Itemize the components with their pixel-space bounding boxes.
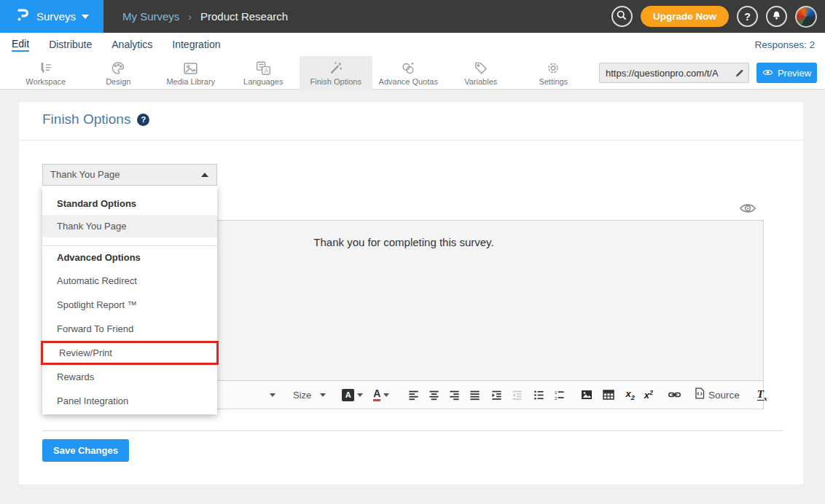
- survey-url-input[interactable]: [599, 63, 749, 83]
- menu-item-spotlight-report[interactable]: Spotlight Report ™: [42, 293, 217, 317]
- format-dropdown-caret[interactable]: [270, 393, 275, 397]
- notifications-button[interactable]: [766, 6, 787, 27]
- ribbon-item-variables[interactable]: Variables: [445, 56, 517, 90]
- bulleted-list-button[interactable]: [533, 390, 544, 401]
- survey-nav: Edit Distribute Analytics Integration Re…: [0, 33, 825, 56]
- bell-icon: [771, 10, 782, 23]
- preview-button[interactable]: Preview: [756, 63, 817, 83]
- subscript-button[interactable]: x2: [625, 388, 634, 401]
- menu-item-thank-you-page[interactable]: Thank You Page: [42, 215, 217, 237]
- question-mark-icon: ?: [744, 11, 751, 23]
- chevron-up-icon: [201, 173, 208, 177]
- ribbon-item-languages[interactable]: A Languages: [227, 56, 300, 90]
- menu-divider: [42, 245, 217, 246]
- breadcrumb-current-survey: Product Research: [200, 10, 288, 23]
- search-icon: [616, 9, 627, 23]
- svg-text:A: A: [264, 67, 268, 74]
- menu-item-automatic-redirect[interactable]: Automatic Redirect: [42, 269, 217, 293]
- numbered-list-button[interactable]: 12: [554, 390, 565, 401]
- thank-you-preview-eye-icon[interactable]: [739, 202, 756, 217]
- ribbon-item-finish-options[interactable]: Finish Options: [300, 56, 372, 90]
- edit-url-pencil-icon[interactable]: [735, 68, 744, 81]
- search-button[interactable]: [611, 6, 633, 27]
- top-bar: Surveys My Surveys › Product Research Up…: [0, 0, 825, 33]
- workspace-icon: [39, 60, 53, 75]
- chevron-down-icon: [383, 393, 389, 397]
- source-code-icon: [695, 387, 705, 402]
- upgrade-now-button[interactable]: Upgrade Now: [641, 6, 729, 27]
- media-library-icon: [183, 60, 198, 75]
- chevron-down-icon: [320, 393, 326, 397]
- finish-type-select[interactable]: Thank You Page: [42, 164, 217, 186]
- title-divider: [19, 140, 803, 141]
- remove-format-button[interactable]: Tx: [757, 388, 767, 402]
- save-changes-button[interactable]: Save Changes: [42, 439, 129, 462]
- ribbon-item-media-library[interactable]: Media Library: [155, 56, 227, 90]
- background-color-button[interactable]: A: [342, 389, 363, 401]
- justify-button[interactable]: [469, 390, 480, 401]
- avatar[interactable]: [795, 6, 817, 28]
- chevron-down-icon: [82, 15, 89, 19]
- decrease-indent-button[interactable]: [512, 390, 523, 401]
- svg-text:1: 1: [555, 390, 558, 395]
- page-title: Finish Options: [42, 111, 130, 127]
- menu-group-standard-options: Standard Options: [42, 193, 217, 215]
- ribbon-item-settings[interactable]: Settings: [517, 56, 590, 90]
- advance-quotas-rings-icon: [401, 60, 415, 75]
- background-color-chip: A: [342, 389, 354, 401]
- settings-gear-icon: [546, 60, 560, 75]
- text-color-glyph: A: [373, 388, 380, 401]
- ribbon-item-advance-quotas[interactable]: Advance Quotas: [372, 56, 445, 90]
- menu-item-rewards[interactable]: Rewards: [42, 365, 217, 389]
- align-center-button[interactable]: [429, 390, 439, 401]
- svg-text:2: 2: [555, 395, 558, 400]
- tab-analytics[interactable]: Analytics: [112, 39, 152, 51]
- source-button[interactable]: Source: [695, 387, 740, 402]
- surveys-product-menu[interactable]: Surveys: [0, 0, 103, 33]
- insert-table-button[interactable]: [603, 390, 614, 400]
- breadcrumb-separator: ›: [188, 11, 192, 23]
- languages-translate-icon: A: [256, 60, 271, 75]
- text-color-button[interactable]: A: [373, 388, 389, 401]
- breadcrumb: My Surveys › Product Research: [122, 10, 288, 23]
- help-button[interactable]: ?: [737, 6, 758, 27]
- menu-group-advanced-options: Advanced Options: [42, 247, 217, 269]
- menu-item-forward-to-friend[interactable]: Forward To Friend: [42, 317, 217, 341]
- section-divider: [42, 430, 783, 431]
- variables-tag-icon: [474, 60, 488, 75]
- responses-count[interactable]: Responses: 2: [754, 39, 815, 50]
- insert-link-button[interactable]: [668, 391, 681, 398]
- chevron-down-icon: [357, 393, 363, 397]
- finish-type-menu: Standard Options Thank You Page Advanced…: [42, 186, 217, 414]
- superscript-button[interactable]: x2: [644, 389, 653, 401]
- insert-image-button[interactable]: [581, 390, 593, 400]
- design-palette-icon: [111, 60, 125, 75]
- topbar-actions: Upgrade Now ?: [611, 6, 825, 28]
- tab-distribute[interactable]: Distribute: [49, 39, 92, 51]
- finish-options-wand-icon: [329, 60, 343, 75]
- product-name: Surveys: [36, 10, 76, 23]
- ribbon-item-design[interactable]: Design: [82, 56, 155, 90]
- tab-integration[interactable]: Integration: [172, 39, 220, 51]
- edit-ribbon: Workspace Design Media Library A Languag…: [0, 56, 825, 90]
- questionpro-logo: [15, 7, 31, 25]
- menu-item-panel-integration[interactable]: Panel Integration: [42, 389, 217, 413]
- align-right-button[interactable]: [449, 390, 460, 401]
- tab-edit[interactable]: Edit: [12, 38, 29, 52]
- align-left-button[interactable]: [408, 390, 419, 401]
- menu-item-review-print[interactable]: Review/Print: [41, 341, 219, 365]
- breadcrumb-my-surveys[interactable]: My Surveys: [122, 10, 179, 23]
- page-help-button[interactable]: ?: [137, 114, 149, 126]
- eye-icon: [762, 68, 773, 79]
- ribbon-item-workspace[interactable]: Workspace: [9, 56, 82, 90]
- increase-indent-button[interactable]: [491, 390, 502, 401]
- font-size-dropdown[interactable]: Size: [293, 390, 326, 401]
- survey-url-field-wrap: [599, 63, 749, 83]
